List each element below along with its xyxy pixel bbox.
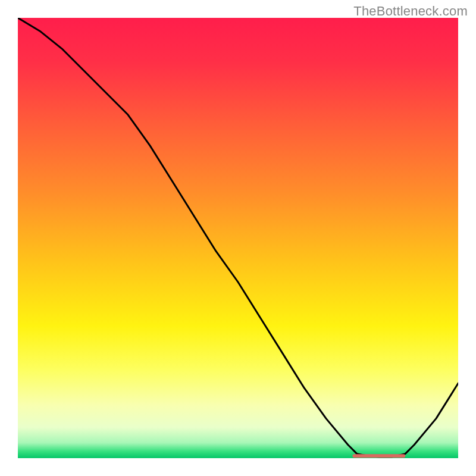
watermark-text: TheBottleneck.com [353,4,468,19]
valley-marker [352,454,405,458]
chart-svg [18,18,458,458]
chart-plot-area [18,18,458,458]
chart-background-gradient [18,18,458,458]
